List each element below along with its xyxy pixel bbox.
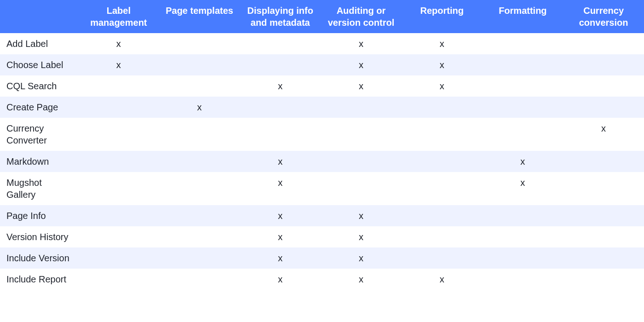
feature-cell bbox=[78, 247, 159, 269]
column-header-empty bbox=[0, 0, 78, 33]
feature-cell: x bbox=[159, 97, 240, 118]
feature-cell bbox=[402, 205, 483, 226]
row-label: CQL Search bbox=[0, 75, 78, 97]
feature-cell bbox=[483, 247, 564, 269]
column-header-label-management: Label management bbox=[78, 0, 159, 33]
feature-cell: x bbox=[402, 269, 483, 290]
feature-cell: x bbox=[321, 75, 402, 97]
table-row: Currency Converterx bbox=[0, 118, 644, 151]
feature-cell: x bbox=[78, 54, 159, 75]
row-label: Create Page bbox=[0, 97, 78, 118]
feature-cell bbox=[483, 75, 564, 97]
feature-cell bbox=[402, 247, 483, 269]
table-row: Create Pagex bbox=[0, 97, 644, 118]
feature-cell: x bbox=[240, 226, 321, 247]
feature-cell bbox=[321, 172, 402, 205]
feature-cell: x bbox=[78, 33, 159, 54]
feature-cell bbox=[483, 97, 564, 118]
feature-cell bbox=[563, 269, 644, 290]
feature-cell bbox=[563, 97, 644, 118]
table-row: Page Infoxx bbox=[0, 205, 644, 226]
feature-cell bbox=[402, 118, 483, 151]
feature-cell bbox=[159, 172, 240, 205]
feature-cell: x bbox=[321, 205, 402, 226]
row-label: Currency Converter bbox=[0, 118, 78, 151]
feature-cell bbox=[483, 205, 564, 226]
feature-cell bbox=[563, 54, 644, 75]
feature-cell: x bbox=[483, 172, 564, 205]
feature-cell: x bbox=[321, 226, 402, 247]
feature-cell: x bbox=[483, 151, 564, 172]
feature-cell bbox=[159, 226, 240, 247]
feature-cell bbox=[402, 172, 483, 205]
feature-cell bbox=[563, 205, 644, 226]
table-row: Add Labelxxx bbox=[0, 33, 644, 54]
feature-cell: x bbox=[321, 54, 402, 75]
feature-cell bbox=[563, 226, 644, 247]
table-row: Include Reportxxx bbox=[0, 269, 644, 290]
table-row: Choose Labelxxx bbox=[0, 54, 644, 75]
feature-cell: x bbox=[240, 75, 321, 97]
column-header-auditing-version: Auditing or version control bbox=[321, 0, 402, 33]
feature-cell: x bbox=[321, 269, 402, 290]
feature-cell bbox=[78, 118, 159, 151]
feature-cell: x bbox=[402, 33, 483, 54]
row-label: Choose Label bbox=[0, 54, 78, 75]
feature-cell: x bbox=[321, 247, 402, 269]
feature-matrix-table: Label management Page templates Displayi… bbox=[0, 0, 644, 290]
feature-cell bbox=[78, 172, 159, 205]
feature-cell bbox=[159, 151, 240, 172]
feature-cell: x bbox=[240, 205, 321, 226]
feature-cell bbox=[240, 97, 321, 118]
feature-cell bbox=[78, 205, 159, 226]
column-header-page-templates: Page templates bbox=[159, 0, 240, 33]
feature-cell bbox=[483, 226, 564, 247]
feature-cell bbox=[321, 118, 402, 151]
feature-cell: x bbox=[240, 247, 321, 269]
feature-cell: x bbox=[402, 54, 483, 75]
table-row: CQL Searchxxx bbox=[0, 75, 644, 97]
feature-cell bbox=[563, 151, 644, 172]
feature-cell bbox=[563, 33, 644, 54]
row-label: Include Report bbox=[0, 269, 78, 290]
table-row: Markdownxx bbox=[0, 151, 644, 172]
row-label: Version History bbox=[0, 226, 78, 247]
column-header-displaying-info: Displaying info and metadata bbox=[240, 0, 321, 33]
column-header-currency-conversion: Currency conversion bbox=[563, 0, 644, 33]
row-label: Markdown bbox=[0, 151, 78, 172]
table-header: Label management Page templates Displayi… bbox=[0, 0, 644, 33]
feature-cell bbox=[159, 269, 240, 290]
feature-cell bbox=[483, 54, 564, 75]
feature-cell bbox=[402, 97, 483, 118]
feature-cell bbox=[321, 151, 402, 172]
column-header-reporting: Reporting bbox=[402, 0, 483, 33]
feature-cell: x bbox=[240, 269, 321, 290]
feature-cell bbox=[483, 269, 564, 290]
feature-cell: x bbox=[240, 172, 321, 205]
feature-cell bbox=[483, 33, 564, 54]
feature-cell bbox=[159, 75, 240, 97]
feature-cell bbox=[563, 247, 644, 269]
feature-cell bbox=[159, 54, 240, 75]
feature-cell bbox=[78, 226, 159, 247]
feature-cell bbox=[159, 118, 240, 151]
feature-cell bbox=[78, 97, 159, 118]
table-row: Include Versionxx bbox=[0, 247, 644, 269]
table-row: Version Historyxx bbox=[0, 226, 644, 247]
feature-cell bbox=[78, 75, 159, 97]
table-header-row: Label management Page templates Displayi… bbox=[0, 0, 644, 33]
feature-cell: x bbox=[321, 33, 402, 54]
row-label: Include Version bbox=[0, 247, 78, 269]
feature-cell bbox=[240, 33, 321, 54]
feature-cell bbox=[563, 75, 644, 97]
feature-cell bbox=[402, 226, 483, 247]
column-header-formatting: Formatting bbox=[483, 0, 564, 33]
feature-cell bbox=[240, 118, 321, 151]
feature-cell bbox=[563, 172, 644, 205]
row-label: Page Info bbox=[0, 205, 78, 226]
table-row: Mugshot Galleryxx bbox=[0, 172, 644, 205]
table-body: Add LabelxxxChoose LabelxxxCQL Searchxxx… bbox=[0, 33, 644, 290]
row-label: Mugshot Gallery bbox=[0, 172, 78, 205]
feature-cell: x bbox=[563, 118, 644, 151]
feature-cell bbox=[78, 151, 159, 172]
